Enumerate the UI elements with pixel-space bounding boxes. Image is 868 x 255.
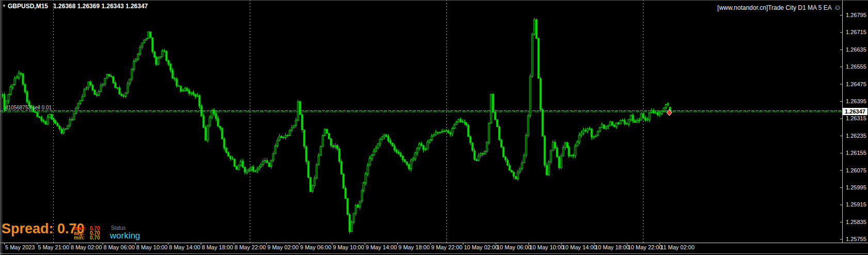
candle-body [458,119,459,122]
candle-body [20,73,22,74]
candle-body [293,125,295,128]
window-border-bottom [0,253,868,254]
candle-body [560,156,562,168]
candle-body [125,93,126,97]
candle-body [558,157,560,168]
candle-body [509,165,510,170]
candle-body [365,174,366,183]
candle-body [197,95,198,96]
candle-body [534,20,535,34]
candle-body [593,136,594,137]
candle-body [119,88,120,94]
candle-body [607,125,609,126]
candle-body [266,161,268,163]
candle-body [180,86,182,91]
candle-body [441,132,443,133]
candle-body [482,153,484,154]
candle-body [215,114,217,118]
candle-body [35,112,36,113]
candle-body [363,183,364,190]
candle-body [159,56,161,58]
candle-body [246,170,248,172]
candle-body [279,136,280,140]
ohlc-values: 1.26368 1.26369 1.26343 1.26347 [53,3,148,10]
candle-body [345,188,346,199]
candle-body [425,149,426,150]
candle-body [367,165,368,174]
candle-body [65,129,67,129]
candle-body [100,85,102,91]
candle-body [647,119,648,120]
price-axis-label: 1.26235 [846,133,866,139]
candle-body [486,142,488,151]
smiley-icon: ☺ [834,3,841,11]
candle-body [71,119,73,120]
candle-body [507,160,508,165]
candle-body [396,150,397,152]
candle-body [287,135,288,136]
candle-body [618,123,619,124]
candle-body [146,38,147,40]
candle-body [232,158,233,159]
time-axis-label: 8 May 14:00 [169,244,201,250]
candle-body [410,160,412,169]
candle-body [513,172,515,177]
candle-body [501,140,502,147]
candle-body [476,160,477,161]
candle-body [351,222,352,232]
candle-body [320,147,322,155]
candle-body [318,155,319,165]
candle-body [645,118,646,120]
candle-body [324,129,326,135]
candle-body [178,86,180,86]
candle-body [82,97,83,101]
candle-body [226,148,227,152]
candle-body [460,119,461,121]
candle-body [595,135,597,137]
candle-body [106,74,108,78]
candle-body [517,172,519,179]
candle-body [192,92,194,94]
candle-body [88,82,89,88]
candle-body [182,90,184,91]
candle-body [69,119,71,125]
price-axis-label: 1.26395 [846,98,866,104]
time-axis-label: 10 May 18:00 [595,244,630,250]
candle-body [488,123,490,142]
candle-body [339,149,340,161]
price-axis-label: 1.26075 [846,167,866,173]
candle-body [347,198,348,214]
candle-body [519,169,521,172]
candle-body [332,146,334,147]
chart-menu-arrow-icon[interactable]: ▼ [2,4,6,8]
candle-body [616,123,617,127]
price-axis-label: 1.26635 [846,46,866,53]
candle-body [155,57,157,65]
candle-body [310,177,311,192]
candle-body [92,85,93,90]
price-axis-label: 1.25835 [846,219,866,225]
candle-body [343,174,344,188]
candle-body [104,78,106,84]
candle-body [209,117,211,125]
window-border-left [0,0,1,255]
candle-body [419,144,420,148]
chart-plot[interactable] [0,0,868,255]
candle-body [663,108,665,111]
candle-body [542,109,543,136]
time-axis-label: 10 May 02:00 [464,244,499,250]
candle-body [283,138,284,138]
candle-body [529,76,531,116]
candle-body [499,126,500,139]
candle-body [576,142,578,146]
candle-body [133,61,135,69]
candle-body [578,135,580,142]
candle-body [468,125,469,136]
candle-body [326,129,328,133]
candle-body [157,58,159,65]
candle-body [544,136,545,165]
price-axis-label: 1.26315 [846,115,866,121]
candle-body [115,83,116,88]
candle-body [322,135,324,147]
time-axis-label: 9 May 02:00 [267,244,299,250]
